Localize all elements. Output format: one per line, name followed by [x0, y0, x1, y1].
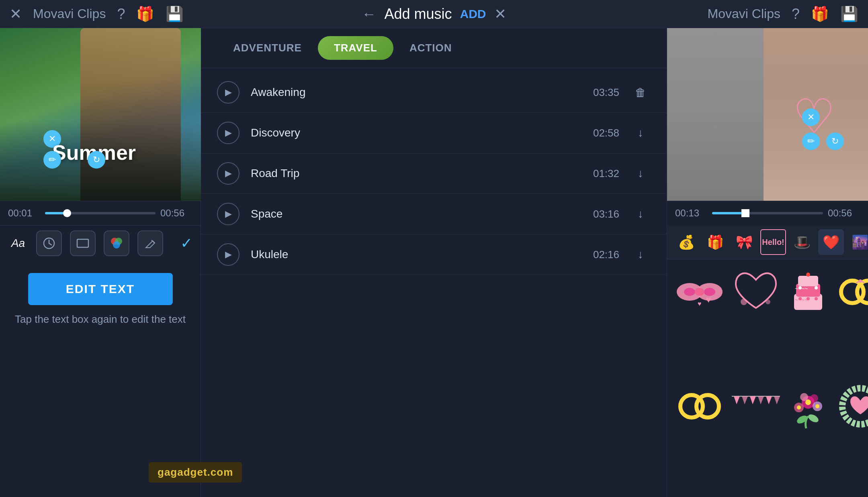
sticker-cake[interactable]: ~~~~ ~~~~: [786, 266, 830, 314]
pen-icon-button[interactable]: [137, 230, 163, 256]
music-track-awakening[interactable]: ▶ Awakening 03:35 🗑: [201, 72, 667, 113]
track-name-ukulele: Ukulele: [251, 248, 572, 261]
text-rotate-button[interactable]: ↻: [88, 151, 105, 169]
svg-marker-39: [774, 396, 780, 404]
left-timeline-track[interactable]: [45, 212, 156, 214]
left-video-preview: ✕ Summer ✏ ↻: [0, 28, 201, 201]
sticker-bar-hat[interactable]: 🎩: [789, 229, 815, 255]
right-timeline: 00:13 00:56: [667, 201, 868, 225]
right-video-preview: ♡ ✕ ✏ ↻: [667, 28, 868, 201]
colors-icon-button[interactable]: [104, 230, 129, 256]
sticker-bar-bow2[interactable]: 🎀: [731, 229, 757, 255]
sticker-bar-dollar[interactable]: 💰: [674, 229, 699, 255]
sticker-bouquet[interactable]: [786, 380, 830, 432]
svg-point-20: [806, 273, 810, 277]
sticker-bar-city[interactable]: 🌆: [847, 229, 868, 255]
play-ukulele-button[interactable]: ▶: [217, 243, 240, 266]
sticker-rings[interactable]: [834, 266, 868, 318]
sticker-bar-heart[interactable]: ❤️: [818, 229, 844, 255]
add-music-button[interactable]: ADD: [460, 7, 486, 21]
category-travel[interactable]: TRAVEL: [318, 36, 393, 60]
left-help-button[interactable]: ?: [117, 6, 125, 22]
category-action[interactable]: ACTION: [393, 36, 468, 60]
text-edit-button[interactable]: ✏: [43, 151, 61, 169]
play-space-button[interactable]: ▶: [217, 203, 240, 225]
sticker-heart[interactable]: [730, 266, 782, 318]
sticker-grid: ♥ ♥: [667, 259, 868, 497]
clock-icon-button[interactable]: [36, 230, 62, 256]
music-track-ukulele[interactable]: ▶ Ukulele 02:16 ↓: [201, 234, 667, 275]
sticker-bow[interactable]: ♥ ♥: [674, 266, 726, 318]
sticker-banner[interactable]: [730, 380, 782, 432]
right-sticker-rotate-button[interactable]: ↻: [826, 132, 844, 150]
edit-text-section: EDIT TEXT Tap the text box again to edit…: [0, 261, 201, 338]
left-close-button[interactable]: ✕: [10, 6, 22, 22]
right-sticker-close-button[interactable]: ✕: [802, 108, 820, 126]
svg-point-24: [815, 286, 818, 289]
right-timeline-thumb[interactable]: [741, 209, 749, 217]
track-download-space[interactable]: ↓: [631, 208, 651, 220]
video-background: [0, 28, 201, 201]
track-download-discovery[interactable]: ↓: [631, 126, 651, 139]
left-app-title: Movavi Clips: [33, 6, 106, 21]
left-save-button[interactable]: 💾: [166, 6, 184, 22]
play-awakening-button[interactable]: ▶: [217, 81, 240, 104]
svg-point-30: [859, 279, 862, 283]
right-time-start: 00:13: [675, 208, 707, 219]
main-content: ✕ Summer ✏ ↻ 00:01 00:56 Aa: [0, 28, 868, 497]
track-delete-awakening[interactable]: 🗑: [631, 86, 651, 99]
svg-rect-19: [798, 276, 818, 286]
left-toolbar: Aa: [0, 225, 201, 261]
svg-point-25: [798, 297, 802, 300]
center-close-button[interactable]: ✕: [494, 6, 506, 22]
left-gift-button[interactable]: 🎁: [136, 6, 154, 22]
toolbar-check-icon[interactable]: ✓: [180, 235, 192, 252]
svg-point-12: [695, 288, 704, 296]
svg-point-47: [805, 399, 811, 405]
back-button[interactable]: ←: [362, 6, 376, 22]
sticker-bar-gift[interactable]: 🎁: [702, 229, 728, 255]
left-timeline-thumb[interactable]: [63, 209, 71, 217]
svg-text:~~~~: ~~~~: [795, 297, 808, 303]
track-duration-ukulele: 02:16: [583, 248, 619, 261]
font-button[interactable]: Aa: [8, 237, 28, 250]
edit-text-button[interactable]: EDIT TEXT: [28, 273, 173, 305]
frame-icon-button[interactable]: [70, 230, 96, 256]
right-app-title: Movavi Clips: [708, 6, 780, 21]
right-save-button[interactable]: 💾: [840, 6, 858, 22]
track-duration-space: 03:16: [583, 208, 619, 220]
category-adventure[interactable]: ADVENTURE: [217, 36, 318, 60]
music-categories: ADVENTURE TRAVEL ACTION: [201, 28, 667, 68]
left-time-start: 00:01: [8, 208, 40, 219]
music-track-road-trip[interactable]: ▶ Road Trip 01:32 ↓: [201, 153, 667, 194]
music-track-space[interactable]: ▶ Space 03:16 ↓: [201, 194, 667, 234]
svg-text:♥: ♥: [698, 300, 702, 307]
sticker-rings2[interactable]: [674, 380, 726, 432]
right-gift-button[interactable]: 🎁: [811, 6, 829, 22]
track-name-awakening: Awakening: [251, 86, 572, 99]
track-duration-discovery: 02:58: [583, 127, 619, 139]
sticker-bar-hello[interactable]: Hello!: [760, 229, 786, 255]
svg-text:♥: ♥: [706, 294, 711, 305]
svg-point-27: [815, 297, 818, 300]
right-panel: ♡ ✕ ✏ ↻ 00:13 00:56 💰 🎁 🎀 Hello! 🎩: [667, 28, 868, 497]
svg-point-40: [796, 414, 809, 425]
watermark: gagadget.com: [149, 462, 242, 483]
right-time-end: 00:56: [828, 208, 860, 219]
play-discovery-button[interactable]: ▶: [217, 122, 240, 144]
right-help-button[interactable]: ?: [792, 6, 800, 22]
track-download-road-trip[interactable]: ↓: [631, 167, 651, 180]
svg-point-48: [797, 405, 801, 409]
sticker-heart-wreath[interactable]: [834, 380, 868, 432]
svg-marker-37: [758, 396, 764, 404]
svg-marker-34: [734, 396, 740, 404]
right-timeline-track[interactable]: [712, 212, 823, 214]
svg-point-49: [815, 404, 819, 408]
track-name-discovery: Discovery: [251, 126, 572, 139]
play-road-trip-button[interactable]: ▶: [217, 162, 240, 185]
center-panel: ADVENTURE TRAVEL ACTION ▶ Awakening 03:3…: [201, 28, 667, 497]
svg-point-41: [807, 413, 820, 424]
track-download-ukulele[interactable]: ↓: [631, 248, 651, 261]
music-track-discovery[interactable]: ▶ Discovery 02:58 ↓: [201, 113, 667, 153]
right-sticker-edit-button[interactable]: ✏: [802, 132, 820, 150]
